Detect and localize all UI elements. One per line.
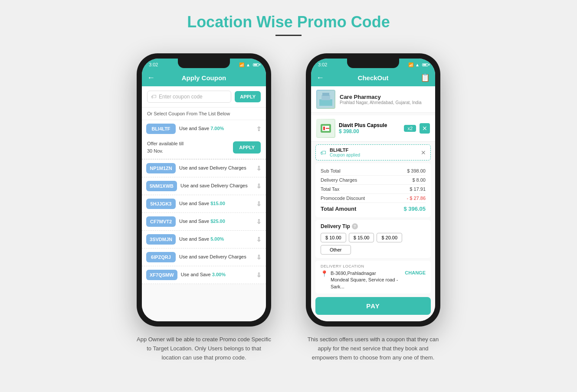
sub-total-value: $ 398.00 xyxy=(407,168,426,173)
coupon-row-3svdmjn[interactable]: 3SVDMJN Use and Save 5.00% ⇩ xyxy=(142,231,266,248)
left-phone-screen: 3:02 📶 ▲ ← Apply Coupon xyxy=(142,59,266,321)
svg-rect-3 xyxy=(322,93,329,96)
tip-btn-15[interactable]: $ 15.00 xyxy=(349,233,374,242)
delivery-charges-label: Delivery Charges xyxy=(321,177,357,183)
left-phone-notch xyxy=(178,59,230,68)
coupon-badge-5hjjgk3: 5HJJGK3 xyxy=(146,199,176,209)
pharmacy-image xyxy=(316,90,335,109)
tip-btn-10[interactable]: $ 10.00 xyxy=(321,233,346,242)
pay-button[interactable]: PAY xyxy=(315,297,431,315)
left-back-button[interactable]: ← xyxy=(147,73,155,82)
right-phone-frame: 3:02 📶 ▲ ← CheckOut 📋 xyxy=(306,53,440,327)
coupon-badge-6ipzqrj: 6IPZQRJ xyxy=(146,252,176,262)
coupon-desc-np1m1zn: Use and save Delivery Charges xyxy=(179,165,253,171)
svg-rect-7 xyxy=(323,127,325,130)
coupon-row-6ipzqrj[interactable]: 6IPZQRJ Use and save Delivery Charges ⇩ xyxy=(142,248,266,266)
right-back-button[interactable]: ← xyxy=(316,73,324,82)
svg-rect-8 xyxy=(326,128,329,129)
chevron-down-icon-3svdmjn: ⇩ xyxy=(256,236,262,243)
right-status-icons: 📶 ▲ xyxy=(408,62,428,67)
coupon-row-cf7mvt2[interactable]: CF7MVT2 Use and Save $25.00 ⇩ xyxy=(142,213,266,230)
product-remove-button[interactable]: ✕ xyxy=(420,123,430,134)
coupon-input-placeholder: Enter coupon code xyxy=(159,94,203,100)
coupon-row-xf7qsmw[interactable]: XF7QSMW Use and Save 3.00% ⇩ xyxy=(142,266,266,284)
pharmacy-address: Prahlad Nagar, Ahmedabad, Gujarat, India xyxy=(340,100,421,105)
total-tax-value: $ 17.91 xyxy=(410,186,426,192)
right-status-time: 3:02 xyxy=(318,62,327,67)
coupon-expanded-content-bli4ltf: Offer available till30 Nov. APPLY xyxy=(147,140,261,154)
total-amount-value: $ 396.05 xyxy=(403,206,426,212)
left-status-icons: 📶 ▲ xyxy=(239,62,259,67)
delivery-address-group: 📍 B-3690,PrahladnagarMondeal Square, Ser… xyxy=(321,270,405,290)
order-summary: Sub Total $ 398.00 Delivery Charges $ 8.… xyxy=(315,163,431,217)
coupon-row-5nm1xwb[interactable]: 5NM1XWB Use and save Delivery Charges ⇩ xyxy=(142,177,266,195)
apply-btn-bli4ltf[interactable]: APPLY xyxy=(233,141,261,154)
tip-title: Delivery Tip ? xyxy=(321,223,426,229)
coupon-desc-3svdmjn: Use and Save 5.00% xyxy=(179,236,253,242)
offer-text-bli4ltf: Offer available till30 Nov. xyxy=(147,140,184,154)
promo-discount-label: Promocode Discount xyxy=(321,196,365,201)
coupon-highlight-bli4ltf: 7.00% xyxy=(210,126,224,131)
phones-container: 3:02 📶 ▲ ← Apply Coupon xyxy=(137,53,440,362)
right-header-title: CheckOut xyxy=(358,74,389,82)
tip-title-text: Delivery Tip xyxy=(321,223,350,229)
coupon-desc-5nm1xwb: Use and save Delivery Charges xyxy=(180,183,253,189)
top-apply-button[interactable]: APPLY xyxy=(235,91,261,102)
wifi-icon: 📶 xyxy=(239,62,244,67)
right-battery-icon xyxy=(422,63,428,66)
right-phone-screen: 3:02 📶 ▲ ← CheckOut 📋 xyxy=(311,59,435,321)
coupon-expanded-bli4ltf: Offer available till30 Nov. APPLY xyxy=(142,137,266,159)
coupon-desc-6ipzqrj: Use and save Delivery Charges xyxy=(179,254,253,260)
change-location-button[interactable]: CHANGE xyxy=(405,270,426,275)
coupon-desc-cf7mvt2: Use and Save $25.00 xyxy=(179,218,253,225)
left-phone-section: 3:02 📶 ▲ ← Apply Coupon xyxy=(137,53,271,362)
right-app-header: ← CheckOut 📋 xyxy=(311,69,435,86)
right-signal-icon: ▲ xyxy=(415,62,420,67)
right-wifi-icon: 📶 xyxy=(408,62,413,67)
coupon-remove-button[interactable]: ✕ xyxy=(421,149,426,156)
total-amount-label: Total Amount xyxy=(321,206,356,212)
coupon-row-bli4ltf[interactable]: BLI4LTF Use and Save 7.00% ⇧ xyxy=(142,120,266,137)
tip-options: $ 10.00 $ 15.00 $ 20.00 Other xyxy=(321,233,426,255)
coupon-badge-5nm1xwb: 5NM1XWB xyxy=(146,181,177,191)
coupon-desc-5hjjgk3: Use and Save $15.00 xyxy=(179,200,253,207)
summary-row-subtotal: Sub Total $ 398.00 xyxy=(321,167,426,176)
pharmacy-row: Care Pharmacy Prahlad Nagar, Ahmedabad, … xyxy=(311,86,435,113)
right-caption: This section offers users with a coupon … xyxy=(306,335,440,362)
tip-btn-other[interactable]: Other xyxy=(321,245,351,255)
summary-row-total: Total Amount $ 396.05 xyxy=(321,203,426,214)
coupon-desc-bli4ltf: Use and Save 7.00% xyxy=(179,125,253,132)
coupon-row-np1m1zn[interactable]: NP1M1ZN Use and save Delivery Charges ⇩ xyxy=(142,160,266,177)
battery-icon xyxy=(253,63,259,66)
coupon-item-xf7qsmw: XF7QSMW Use and Save 3.00% ⇩ xyxy=(142,266,266,284)
left-caption: App Owner will be able to create Promo c… xyxy=(137,335,271,362)
left-header-title: Apply Coupon xyxy=(182,74,226,82)
right-phone-section: 3:02 📶 ▲ ← CheckOut 📋 xyxy=(306,53,440,362)
coupon-item-np1m1zn: NP1M1ZN Use and save Delivery Charges ⇩ xyxy=(142,160,266,177)
tag-icon: 🏷 xyxy=(151,94,156,100)
delivery-address-text: B-3690,PrahladnagarMondeal Square, Servi… xyxy=(331,270,405,290)
chevron-up-icon-bli4ltf: ⇧ xyxy=(256,125,262,132)
promo-discount-value: - $ 27.86 xyxy=(407,196,426,201)
left-phone-frame: 3:02 📶 ▲ ← Apply Coupon xyxy=(137,53,271,327)
product-info: Diavit Plus Capsule $ 398.00 xyxy=(339,122,400,134)
coupon-item-5nm1xwb: 5NM1XWB Use and save Delivery Charges ⇩ xyxy=(142,177,266,195)
product-row: Diavit Plus Capsule $ 398.00 x2 ✕ xyxy=(311,115,435,142)
coupon-applied-info: BLI4LTF Coupon applied xyxy=(330,147,360,157)
chevron-down-icon-5nm1xwb: ⇩ xyxy=(256,183,262,189)
tip-btn-20[interactable]: $ 20.00 xyxy=(377,233,402,242)
coupon-list: BLI4LTF Use and Save 7.00% ⇧ Offer avail… xyxy=(142,120,266,321)
coupon-list-label: Or Select Coupon From The List Below xyxy=(142,108,266,120)
pharmacy-name: Care Pharmacy xyxy=(340,94,421,100)
page-title: Location Wise Promo Code xyxy=(187,13,390,31)
coupon-search-bar: 🏷 Enter coupon code APPLY xyxy=(142,86,266,108)
coupon-item-bli4ltf: BLI4LTF Use and Save 7.00% ⇧ Offer avail… xyxy=(142,120,266,160)
coupon-item-5hjjgk3: 5HJJGK3 Use and Save $15.00 ⇩ xyxy=(142,195,266,213)
coupon-row-5hjjgk3[interactable]: 5HJJGK3 Use and Save $15.00 ⇩ xyxy=(142,195,266,212)
coupon-item-6ipzqrj: 6IPZQRJ Use and save Delivery Charges ⇩ xyxy=(142,248,266,266)
delivery-charges-value: $ 8.00 xyxy=(412,177,426,183)
product-name: Diavit Plus Capsule xyxy=(339,122,400,128)
signal-icon: ▲ xyxy=(246,62,250,67)
left-app-header: ← Apply Coupon xyxy=(142,69,266,86)
clipboard-icon[interactable]: 📋 xyxy=(420,73,430,82)
